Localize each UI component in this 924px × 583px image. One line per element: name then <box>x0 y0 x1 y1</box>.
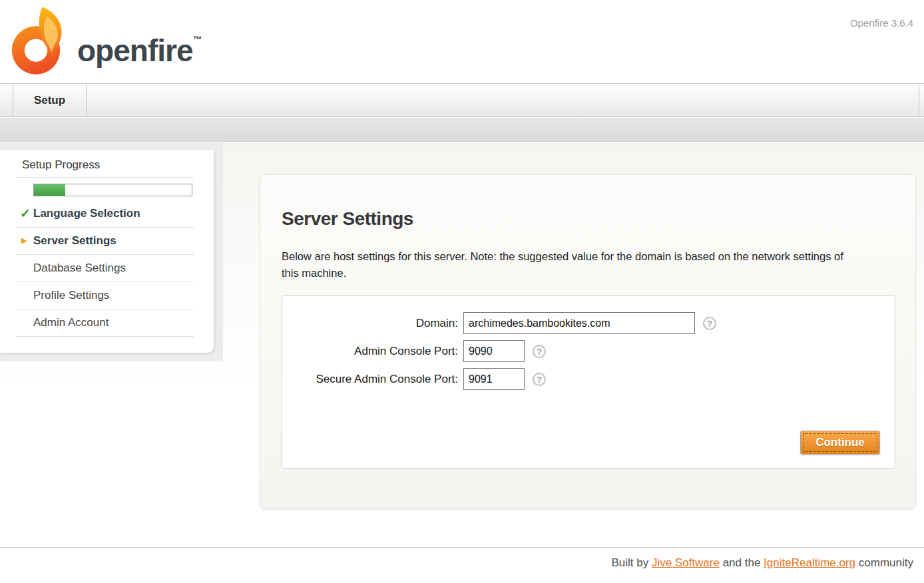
setup-steps-list: ✓ Language Selection ▶ Server Settings D… <box>0 200 214 337</box>
form-row-domain: Domain: ? <box>282 312 895 334</box>
help-icon[interactable]: ? <box>703 317 716 330</box>
progress-fill <box>34 184 65 196</box>
jive-software-link[interactable]: Jive Software <box>652 556 720 569</box>
sidebar-item-label: Language Selection <box>33 207 140 220</box>
setup-progress-box: Setup Progress ✓ Language Selection ▶ Se… <box>0 150 214 353</box>
help-icon[interactable]: ? <box>533 345 546 358</box>
domain-label: Domain: <box>282 317 463 330</box>
sidebar: Setup Progress ✓ Language Selection ▶ Se… <box>0 142 223 361</box>
sidebar-item-language-selection[interactable]: ✓ Language Selection <box>16 200 194 228</box>
page-description: Below are host settings for this server.… <box>282 248 861 282</box>
igniterealtime-link[interactable]: IgniteRealtime.org <box>764 556 855 569</box>
admin-console-port-label: Admin Console Port: <box>282 345 463 358</box>
content-area: Setup Progress ✓ Language Selection ▶ Se… <box>0 142 924 547</box>
openfire-setup-page: openfire™ Openfire 3.6.4 Setup Setup Pro… <box>0 0 924 583</box>
sidebar-item-label: Database Settings <box>33 262 126 274</box>
footer-text: Built by <box>611 556 651 569</box>
form-row-secure-admin-port: Secure Admin Console Port: ? <box>282 368 895 390</box>
setup-progress-title: Setup Progress <box>22 158 214 172</box>
form-row-admin-port: Admin Console Port: ? <box>282 340 895 362</box>
help-icon[interactable]: ? <box>533 373 546 386</box>
continue-button[interactable]: Continue <box>800 431 880 455</box>
server-settings-form: Domain: ? Admin Console Port: ? Secure A… <box>282 295 895 469</box>
sidebar-item-admin-account[interactable]: Admin Account <box>16 309 194 337</box>
check-icon: ✓ <box>20 206 31 221</box>
sidebar-item-label: Server Settings <box>33 234 116 247</box>
sidebar-item-server-settings[interactable]: ▶ Server Settings <box>16 228 194 255</box>
version-label: Openfire 3.6.4 <box>850 17 913 29</box>
flame-icon <box>11 4 68 79</box>
tabbar-end <box>919 84 924 116</box>
tab-setup[interactable]: Setup <box>13 84 87 116</box>
divider <box>16 177 194 178</box>
sidebar-item-label: Admin Account <box>33 316 109 329</box>
secure-admin-console-port-label: Secure Admin Console Port: <box>282 373 463 386</box>
sidebar-item-database-settings[interactable]: Database Settings <box>16 255 194 282</box>
tab-spacer <box>0 84 13 116</box>
admin-console-port-input[interactable] <box>463 340 525 362</box>
continue-button-label: Continue <box>815 436 865 449</box>
footer-text: and the <box>720 556 764 569</box>
subnav-bar <box>0 118 924 142</box>
sidebar-item-label: Profile Settings <box>33 289 109 301</box>
secure-admin-console-port-input[interactable] <box>463 368 525 390</box>
tab-bar: Setup <box>0 84 924 117</box>
app-header: openfire™ Openfire 3.6.4 <box>0 0 924 84</box>
footer-text: community <box>855 556 913 569</box>
openfire-logo: openfire™ <box>11 4 201 79</box>
page-title: Server Settings <box>282 208 413 230</box>
main-panel: Server Settings Below are host settings … <box>260 174 916 509</box>
footer: Built by Jive Software and the IgniteRea… <box>0 547 924 583</box>
sidebar-item-profile-settings[interactable]: Profile Settings <box>16 282 194 309</box>
progress-bar <box>33 184 192 196</box>
logo-wordmark: openfire™ <box>77 33 201 69</box>
domain-input[interactable] <box>463 312 695 334</box>
current-step-arrow-icon: ▶ <box>21 236 27 245</box>
